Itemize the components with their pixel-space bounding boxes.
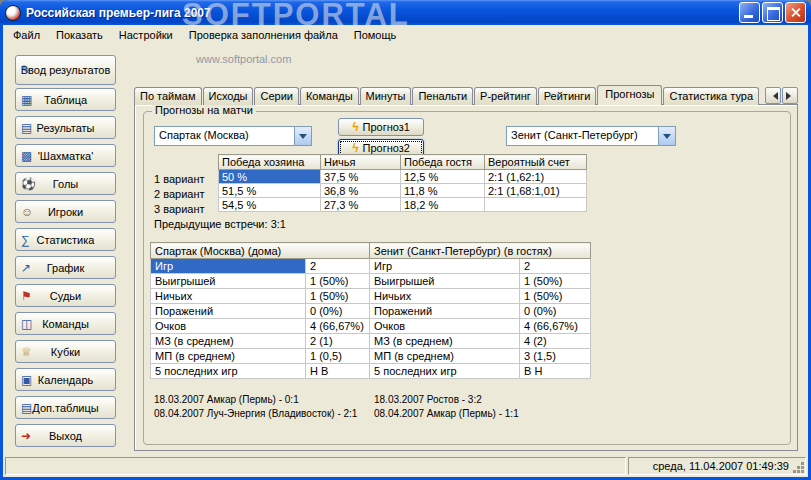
table-cell[interactable]: 0 (0%) (520, 304, 591, 319)
table-cell[interactable]: Игр (370, 259, 520, 274)
tab-po-taimam[interactable]: По таймам (134, 87, 202, 105)
dropdown-button[interactable] (294, 127, 311, 145)
menu-check-file[interactable]: Проверка заполнения файла (181, 26, 346, 44)
home-stats-header[interactable]: Спартак (Москва) (дома) (151, 243, 370, 259)
table-cell[interactable]: МЗ (в среднем) (151, 334, 306, 349)
table-cell[interactable]: 1 (50%) (306, 274, 370, 289)
table-cell[interactable]: МП (в среднем) (370, 349, 520, 364)
table-cell[interactable]: 5 последних игр (370, 364, 520, 379)
table-cell[interactable]: 2:1 (1,68:1,01) (485, 184, 587, 198)
dropdown-button[interactable] (658, 127, 675, 145)
tab-serii[interactable]: Серии (254, 87, 298, 105)
table-row: МЗ (в среднем) 2 (1) МЗ (в среднем) 4 (2… (151, 334, 591, 349)
table-cell[interactable]: 2:1 (1,62:1) (485, 170, 587, 184)
table-cell[interactable]: Н В (306, 364, 370, 379)
sidebar-item-shahmatka[interactable]: ▩ 'Шахматка' (15, 144, 116, 167)
tab-prognozy[interactable]: Прогнозы (597, 85, 662, 105)
sidebar-item-sudi[interactable]: ⚑ Судьи (15, 284, 116, 307)
table-cell[interactable]: 2 (1) (306, 334, 370, 349)
away-history-line: 18.03.2007 Ростов - 3:2 (374, 394, 482, 405)
table-cell-selected[interactable]: Игр (151, 259, 306, 274)
menu-settings[interactable]: Настройки (111, 26, 181, 44)
sidebar-item-komandy[interactable]: ◫ Команды (15, 312, 116, 335)
table-cell[interactable]: 4 (66,67%) (306, 319, 370, 334)
tab-scroll-left-button[interactable] (765, 87, 781, 104)
table-cell[interactable]: 37,5 % (321, 170, 401, 184)
table-cell[interactable]: Ничьих (151, 289, 306, 304)
team-stats-table: Спартак (Москва) (дома) Зенит (Санкт-Пет… (150, 242, 591, 379)
tab-r-reiting[interactable]: Р-рейтинг (474, 87, 537, 105)
sidebar-item-rezultaty[interactable]: ▤ Результаты (15, 116, 116, 139)
table-cell[interactable]: 18,2 % (401, 198, 485, 212)
table-cell[interactable]: МЗ (в среднем) (370, 334, 520, 349)
tab-minuty[interactable]: Минуты (360, 87, 412, 105)
table-cell[interactable]: 5 последних игр (151, 364, 306, 379)
table-cell[interactable]: 1 (0,5) (306, 349, 370, 364)
table-cell[interactable]: Очков (151, 319, 306, 334)
chevron-down-icon (299, 134, 307, 143)
variant-1-label: 1 вариант (154, 173, 212, 187)
sidebar-item-kubki[interactable]: ♕ Кубки (15, 340, 116, 363)
table-cell[interactable] (485, 198, 587, 212)
home-team-combobox[interactable]: Спартак (Москва) (154, 126, 312, 146)
sidebar-item-goly[interactable]: ⚽ Голы (15, 172, 116, 195)
forecast1-label: Прогноз1 (362, 121, 409, 133)
menu-file[interactable]: Файл (5, 26, 48, 44)
column-header[interactable]: Ничья (321, 155, 401, 170)
table-cell[interactable]: 11,8 % (401, 184, 485, 198)
maximize-button[interactable] (762, 2, 783, 23)
table-cell[interactable]: Выигрышей (151, 274, 306, 289)
table-cell[interactable]: 54,5 % (219, 198, 321, 212)
table-cell[interactable]: 51,5 % (219, 184, 321, 198)
sidebar-item-dop-tablitsy[interactable]: ▤ Доп.таблицы (15, 396, 116, 419)
sidebar-item-igroki[interactable]: ☺ Игроки (15, 200, 116, 223)
close-button[interactable] (785, 2, 806, 23)
forecast1-button[interactable]: ϟ Прогноз1 (338, 118, 424, 136)
sidebar-item-statistika[interactable]: ∑ Статистика (15, 228, 116, 251)
column-header[interactable]: Победа гостя (401, 155, 485, 170)
table-cell[interactable]: 1 (50%) (520, 274, 591, 289)
sidebar-item-vvod-rezultatov[interactable]: ✎ Ввод результатов (15, 55, 116, 85)
table-row: Выигрышей 1 (50%) Выигрышей 1 (50%) (151, 274, 591, 289)
table-cell[interactable]: В Н (520, 364, 591, 379)
table-cell-selected[interactable]: 50 % (219, 170, 321, 184)
menu-show[interactable]: Показать (48, 26, 111, 44)
away-team-combobox[interactable]: Зенит (Санкт-Петербург) (506, 126, 676, 146)
sidebar-item-tablitsa[interactable]: ▦ Таблица (15, 88, 116, 111)
column-header[interactable]: Вероятный счет (485, 155, 587, 170)
sidebar-item-label: 'Шахматка' (38, 150, 94, 162)
table-cell[interactable]: 36,8 % (321, 184, 401, 198)
table-cell[interactable]: 0 (0%) (306, 304, 370, 319)
menu-help[interactable]: Помощь (346, 26, 405, 44)
table-cell[interactable]: Очков (370, 319, 520, 334)
tab-penalti[interactable]: Пенальти (412, 87, 473, 105)
table-cell[interactable]: 2 (520, 259, 591, 274)
table-cell[interactable]: Поражений (370, 304, 520, 319)
table-cell[interactable]: 27,3 % (321, 198, 401, 212)
table-cell[interactable]: Выигрышей (370, 274, 520, 289)
tab-scroll-right-button[interactable] (782, 87, 798, 104)
titlebar[interactable]: Российская премьер-лига 2007 (0, 0, 811, 25)
arrow-right-icon (786, 92, 795, 100)
tab-statistika-tura[interactable]: Статистика тура (663, 87, 759, 105)
resize-grip[interactable] (801, 470, 804, 473)
minimize-button[interactable] (739, 2, 760, 23)
table-cell[interactable]: 12,5 % (401, 170, 485, 184)
table-cell[interactable]: 2 (306, 259, 370, 274)
tab-reitingi[interactable]: Рейтинги (538, 87, 597, 105)
table-cell[interactable]: Ничьих (370, 289, 520, 304)
sidebar-item-kalendar[interactable]: ▣ Календарь (15, 368, 116, 391)
column-header[interactable]: Победа хозяина (219, 155, 321, 170)
table-cell[interactable]: 1 (50%) (306, 289, 370, 304)
table-cell[interactable]: 4 (66,67%) (520, 319, 591, 334)
tab-komandy[interactable]: Команды (300, 87, 359, 105)
away-stats-header[interactable]: Зенит (Санкт-Петербург) (в гостях) (370, 243, 591, 259)
table-cell[interactable]: 3 (1,5) (520, 349, 591, 364)
sidebar-item-grafik[interactable]: ↗ График (15, 256, 116, 279)
tab-iskhody[interactable]: Исходы (203, 87, 254, 105)
sidebar-item-vykhod[interactable]: ➜ Выход (15, 424, 116, 447)
table-cell[interactable]: МП (в среднем) (151, 349, 306, 364)
table-cell[interactable]: 4 (2) (520, 334, 591, 349)
table-cell[interactable]: Поражений (151, 304, 306, 319)
table-cell[interactable]: 1 (50%) (520, 289, 591, 304)
